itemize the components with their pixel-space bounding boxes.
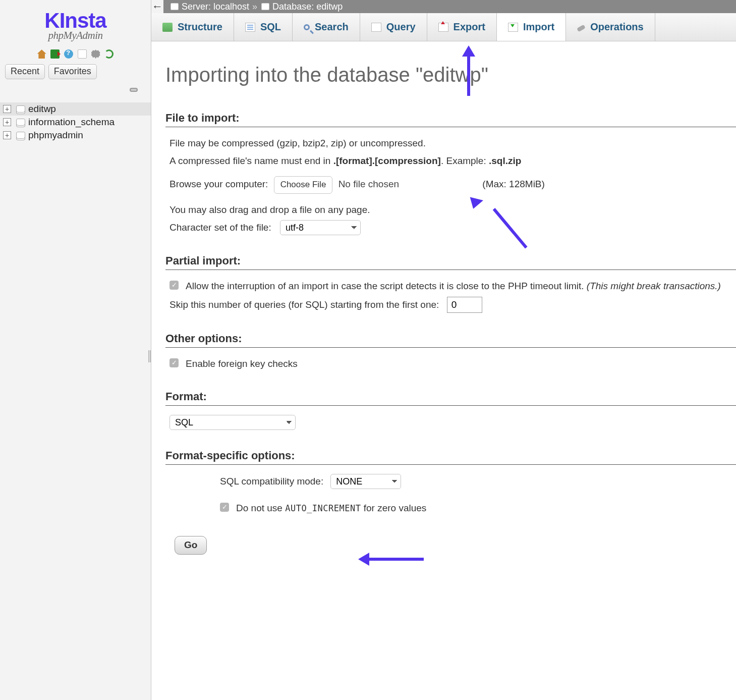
fk-label: Enable foreign key checks bbox=[186, 357, 298, 371]
autoincrement-label: Do not use AUTO_INCREMENT for zero value… bbox=[236, 501, 426, 516]
drag-drop-hint: You may also drag and drop a file on any… bbox=[169, 203, 736, 218]
file-hint-2c: . Example: bbox=[441, 155, 489, 166]
allow-interrupt-label: Allow the interruption of an import in c… bbox=[186, 279, 721, 294]
no-file-chosen: No file chosen bbox=[338, 179, 399, 189]
collapse-link[interactable] bbox=[0, 84, 151, 94]
export-icon bbox=[438, 23, 448, 32]
search-icon bbox=[304, 24, 310, 30]
partial-import-body: Allow the interruption of an import in c… bbox=[165, 279, 736, 313]
format-select[interactable]: SQL bbox=[169, 415, 296, 430]
other-options-heading: Other options: bbox=[165, 332, 736, 348]
allow-b: (This might break transactions.) bbox=[587, 281, 721, 291]
docs-icon[interactable] bbox=[78, 49, 87, 59]
choose-file-button[interactable]: Choose File bbox=[274, 176, 333, 194]
db-label: phpmyadmin bbox=[28, 130, 83, 141]
operations-icon bbox=[577, 25, 586, 32]
tab-operations[interactable]: Operations bbox=[566, 13, 655, 41]
brand-logo: KInsta bbox=[0, 11, 151, 30]
database-icon bbox=[16, 105, 25, 113]
breadcrumb-server[interactable]: Server: localhost bbox=[182, 2, 249, 12]
expand-icon[interactable]: + bbox=[3, 131, 11, 139]
db-label: editwp bbox=[28, 103, 56, 115]
tab-label: SQL bbox=[260, 21, 281, 33]
sidebar-toolbar bbox=[0, 49, 151, 59]
annotation-arrow-go bbox=[358, 553, 424, 566]
skip-queries-label: Skip this number of queries (for SQL) st… bbox=[169, 299, 439, 310]
back-arrow-icon[interactable]: ← bbox=[151, 0, 163, 13]
fk-checkbox[interactable] bbox=[169, 358, 179, 367]
allow-interrupt-checkbox[interactable] bbox=[169, 281, 179, 290]
import-icon bbox=[508, 23, 518, 32]
other-options-body: Enable foreign key checks bbox=[165, 357, 736, 371]
db-label: information_schema bbox=[28, 117, 115, 128]
logo-block: KInsta phpMyAdmin bbox=[0, 0, 151, 42]
db-row-editwp[interactable]: +editwp bbox=[0, 102, 151, 116]
max-size-label: (Max: 128MiB) bbox=[482, 179, 545, 189]
tab-import[interactable]: Import bbox=[497, 13, 566, 41]
fso-body: SQL compatibility mode: NONE Do not use … bbox=[216, 474, 736, 516]
allow-a: Allow the interruption of an import in c… bbox=[186, 281, 587, 291]
database-icon bbox=[16, 119, 25, 126]
compat-row: SQL compatibility mode: NONE bbox=[220, 474, 736, 489]
recent-tab[interactable]: Recent bbox=[5, 64, 45, 79]
autoincrement-checkbox[interactable] bbox=[220, 503, 229, 512]
help-icon[interactable] bbox=[64, 49, 73, 59]
logout-icon[interactable] bbox=[50, 49, 60, 59]
file-hint-1: File may be compressed (gzip, bzip2, zip… bbox=[169, 136, 736, 151]
database-icon bbox=[261, 3, 269, 10]
allow-interrupt-row: Allow the interruption of an import in c… bbox=[169, 279, 736, 294]
tab-label: Export bbox=[454, 21, 485, 33]
breadcrumb-separator: » bbox=[252, 2, 257, 12]
file-hint-2d: .sql.zip bbox=[489, 155, 521, 166]
db-row-phpmyadmin[interactable]: +phpmyadmin bbox=[0, 129, 151, 142]
autoincrement-row: Do not use AUTO_INCREMENT for zero value… bbox=[220, 501, 736, 516]
bc-db-label: Database: bbox=[272, 2, 314, 12]
reload-icon[interactable] bbox=[104, 49, 114, 59]
db-row-information_schema[interactable]: +information_schema bbox=[0, 116, 151, 129]
tab-search[interactable]: Search bbox=[293, 13, 360, 41]
link-icon bbox=[130, 88, 138, 92]
ai-a: Do not use bbox=[236, 503, 285, 513]
compat-label: SQL compatibility mode: bbox=[220, 474, 323, 489]
fk-row: Enable foreign key checks bbox=[169, 357, 736, 371]
tab-label: Search bbox=[315, 21, 349, 33]
database-icon bbox=[16, 132, 25, 139]
tab-label: Import bbox=[523, 21, 554, 33]
file-import-heading: File to import: bbox=[165, 112, 736, 127]
top-tabs: StructureSQLSearchQueryExportImportOpera… bbox=[151, 13, 736, 41]
sidebar-splitter[interactable] bbox=[148, 0, 151, 700]
skip-queries-input[interactable] bbox=[447, 297, 482, 313]
settings-icon[interactable] bbox=[91, 49, 100, 59]
server-icon bbox=[171, 3, 179, 10]
file-import-body: File may be compressed (gzip, bzip2, zip… bbox=[165, 136, 736, 235]
charset-select[interactable]: utf-8 bbox=[280, 220, 361, 235]
query-icon bbox=[371, 23, 381, 32]
breadcrumb-database[interactable]: Database: editwp bbox=[272, 2, 343, 12]
main-content: Importing into the database "editwp" Fil… bbox=[151, 41, 736, 700]
tab-sql[interactable]: SQL bbox=[234, 13, 293, 41]
home-icon[interactable] bbox=[37, 49, 46, 59]
tab-label: Structure bbox=[178, 21, 222, 33]
favorites-tab[interactable]: Favorites bbox=[48, 64, 97, 79]
page-title: Importing into the database "editwp" bbox=[165, 64, 736, 86]
tab-label: Query bbox=[386, 21, 416, 33]
structure-icon bbox=[162, 23, 173, 32]
format-body: SQL bbox=[165, 415, 736, 430]
file-hint-2b: .[format].[compression] bbox=[333, 155, 441, 166]
tab-query[interactable]: Query bbox=[360, 13, 427, 41]
recent-favorites-tabs: Recent Favorites bbox=[0, 64, 151, 79]
expand-icon[interactable]: + bbox=[3, 118, 11, 126]
tab-structure[interactable]: Structure bbox=[151, 13, 234, 41]
compat-select[interactable]: NONE bbox=[330, 474, 401, 489]
partial-import-heading: Partial import: bbox=[165, 254, 736, 270]
skip-queries-row: Skip this number of queries (for SQL) st… bbox=[169, 297, 736, 313]
breadcrumb: ← Server: localhost » Database: editwp bbox=[151, 0, 736, 13]
expand-icon[interactable]: + bbox=[3, 105, 11, 113]
file-hint-2: A compressed file's name must end in .[f… bbox=[169, 154, 736, 169]
format-heading: Format: bbox=[165, 390, 736, 406]
ai-code: AUTO_INCREMENT bbox=[285, 503, 361, 513]
phpmyadmin-label: phpMyAdmin bbox=[0, 29, 151, 42]
database-tree: +editwp+information_schema+phpmyadmin bbox=[0, 102, 151, 142]
go-button[interactable]: Go bbox=[175, 536, 207, 555]
tab-export[interactable]: Export bbox=[427, 13, 497, 41]
